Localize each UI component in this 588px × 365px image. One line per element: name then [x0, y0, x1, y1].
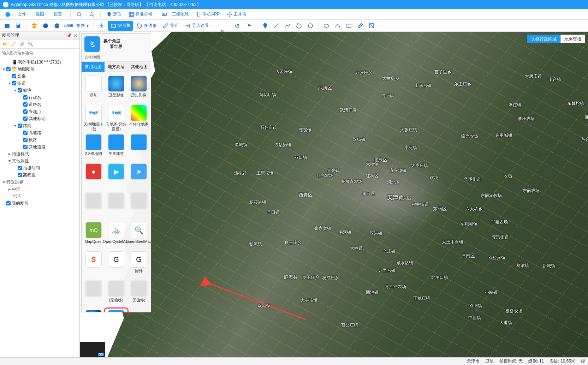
tree-border[interactable]: ▾行政边界 [0, 179, 79, 186]
menu-view[interactable]: 视图▾ [33, 9, 49, 20]
svg-rect-3 [129, 12, 133, 17]
tree-hw[interactable]: 高速路 [0, 129, 79, 136]
basemap-item[interactable]: ▶ [105, 162, 127, 191]
open-icon[interactable] [2, 21, 12, 31]
tool-globe2-icon[interactable] [52, 21, 62, 31]
tree-other[interactable]: 其他标记 [0, 115, 79, 122]
tree-net[interactable]: ▾路网 [0, 122, 79, 129]
marker-icon[interactable] [260, 21, 270, 31]
tree-phone[interactable]: 📱我的手机(138****2732) [0, 59, 79, 66]
circle-icon[interactable] [305, 21, 315, 31]
basemap-item[interactable]: 个性化地图 [127, 103, 150, 133]
basemap-item[interactable]: ➤ [127, 162, 150, 191]
tool-globe1-icon[interactable] [41, 21, 51, 31]
preview-3d[interactable]: 3D [80, 342, 105, 357]
tree-attr[interactable]: ▾其他属性 [0, 157, 79, 164]
basemap-item[interactable]: 历史影像 [127, 74, 150, 103]
tool-rect[interactable]: 矩形框 [108, 21, 133, 31]
tool-more[interactable]: 更多▾ [75, 21, 91, 31]
line-icon[interactable] [272, 21, 281, 31]
tab-local[interactable]: 地方高清 [105, 62, 127, 72]
tree-mylayer[interactable]: 我的图层 [0, 200, 79, 207]
select-region-button[interactable]: 选择行政区域 [527, 35, 560, 43]
tree-style[interactable]: ▸街道样式 [0, 150, 79, 157]
zoom-fit-icon[interactable] [73, 9, 85, 20]
tree-oroad[interactable]: 其他道路 [0, 143, 79, 150]
basemap-item[interactable]: 卫星影像 [105, 74, 127, 103]
pin-icon[interactable]: 📌 [66, 33, 72, 38]
clear-icon[interactable]: 🧹 [10, 41, 17, 48]
folder-open-icon[interactable]: 📂 [1, 41, 8, 48]
tree-world[interactable]: 全球 [0, 193, 79, 200]
tree-road[interactable]: 道路名 [0, 101, 79, 108]
basemap-item[interactable]: 添加 [82, 74, 105, 103]
menu-locate[interactable]: 定位 [103, 9, 124, 20]
app-menu-icon[interactable] [2, 9, 13, 20]
close-icon[interactable]: ✕ [74, 33, 77, 38]
basemap-item[interactable]: 2.5维地图 [82, 133, 105, 162]
curve-icon[interactable] [333, 21, 343, 31]
basemap-item[interactable] [82, 191, 105, 221]
select-arrow-icon[interactable] [244, 21, 254, 31]
basemap-item[interactable]: 🔍OpenSteetMap [127, 221, 150, 250]
ruler-icon[interactable] [355, 21, 365, 31]
link-icon[interactable]: 🔗 [18, 41, 25, 48]
basemap-item[interactable]: ● [82, 162, 105, 191]
tree-time[interactable]: 拍摄时间 [0, 164, 79, 172]
pan-icon[interactable] [233, 21, 243, 31]
rect2-icon[interactable] [344, 21, 354, 31]
polyline-icon[interactable] [283, 21, 293, 31]
basemap-item[interactable] [82, 279, 105, 309]
map-canvas[interactable]: 天津市武清区北辰区河北区南开区红桥区河东区西青区东丽区津南区静海县黄花店镇石各庄… [80, 32, 588, 357]
basemap-item[interactable]: 包天津市 [105, 309, 127, 312]
tab-other[interactable]: 其他地图 [128, 62, 151, 72]
tree-imagery[interactable]: 影像 [0, 73, 79, 80]
menu-toolbox[interactable]: 工具箱 [224, 9, 249, 20]
tab-common[interactable]: 常用地图 [82, 62, 105, 72]
tree-admin[interactable]: 行政名 [0, 94, 79, 101]
tool-layers-icon[interactable] [29, 21, 39, 31]
basemap-item[interactable]: 天地图天地图(经纬直投) [105, 103, 127, 133]
ellipse-icon[interactable] [321, 21, 331, 31]
tree-street[interactable]: ▾街道 [0, 80, 79, 87]
basemap-item[interactable]: G国外 [127, 250, 150, 279]
tool-polygon[interactable]: 多边形 [134, 21, 159, 31]
tree-layers[interactable]: ▾🗂️地图图层 [0, 66, 79, 73]
basemap-item[interactable] [105, 191, 127, 221]
area-icon[interactable] [367, 21, 376, 31]
basemap-item[interactable] [127, 191, 150, 221]
layer-search-input[interactable] [0, 49, 79, 57]
save-icon[interactable] [13, 21, 23, 31]
tool-tdt-icon[interactable]: 天地图 [63, 21, 73, 31]
basemap-item[interactable] [127, 133, 150, 162]
tree-cn[interactable]: ▸中国 [0, 186, 79, 193]
menu-app[interactable]: 手机APP [193, 9, 222, 20]
tree-anno[interactable]: ▾标注 [0, 87, 79, 94]
basemap-item[interactable]: S [82, 250, 105, 279]
basemap-item[interactable]: (无偏移) [105, 279, 127, 309]
app-logo-icon [3, 2, 8, 7]
tool-import-boundary[interactable]: 导入边界 [182, 21, 211, 31]
menu-earth3d[interactable]: 三维地球 [169, 9, 192, 20]
basemap-item[interactable]: 🚲OpenCycleMap [105, 221, 127, 250]
menu-settings[interactable]: 设置▾ [51, 9, 67, 20]
place-search-button[interactable]: 地名查找 [560, 35, 585, 43]
basemap-item[interactable]: 天地图天地图(墨卡托) [82, 103, 105, 133]
menu-file[interactable]: 文件▾ [15, 9, 31, 20]
tree-rail[interactable]: 铁路 [0, 136, 79, 143]
menu-grid[interactable]: 标准分幅▾ [126, 9, 158, 20]
download-icon[interactable] [97, 21, 107, 31]
tool-label[interactable]: 标注 [217, 21, 227, 31]
menu-3d[interactable]: 3D [159, 9, 170, 20]
tree-poi[interactable]: 兴趣点 [0, 108, 79, 115]
find-icon[interactable]: 🔍 [27, 41, 34, 48]
poly2-icon[interactable] [294, 21, 304, 31]
tool-measure[interactable]: 测距 [160, 21, 181, 31]
basemap-item[interactable]: G [105, 250, 127, 279]
basemap-item[interactable]: s Online [82, 309, 105, 312]
basemap-item[interactable]: 无偏移) [127, 279, 150, 309]
zoom-search-icon[interactable] [86, 9, 97, 20]
tree-elev[interactable]: 高程值 [0, 172, 79, 179]
basemap-item[interactable]: mQMapQuest [82, 221, 105, 250]
basemap-item[interactable]: 矢量建筑 [105, 133, 127, 162]
